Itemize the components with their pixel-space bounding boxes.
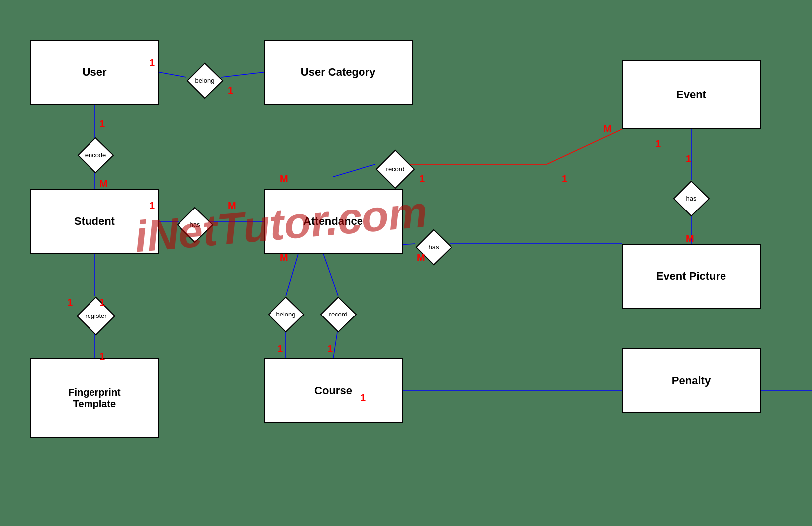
svg-text:belong: belong [195,77,214,84]
diamond-belong2: belong [268,296,305,333]
card-user-belong: 1 [149,57,155,69]
svg-text:has: has [429,243,439,251]
entity-event: Event [622,60,761,129]
card-reg-finger: 1 [99,297,105,308]
diamond-record: record [375,149,415,189]
card-event-top-m: M [603,123,612,135]
svg-text:record: record [329,311,348,318]
card-att-record-left: M [280,173,288,185]
entity-event-picture: Event Picture [622,244,761,309]
svg-text:has: has [190,221,200,228]
diamond-has1: has [177,207,214,244]
card-course-right: 1 [361,392,366,404]
entity-fingerprint: Fingerprint Template [30,358,159,438]
diamond-encode: encode [77,137,114,174]
card-has2-evtpic: M [417,252,425,263]
svg-text:register: register [85,312,107,319]
card-att-has2-left: M [280,252,288,263]
diamond-register: register [76,296,116,336]
card-belong-cat: 1 [228,85,233,96]
card-student-has-left: 1 [149,200,155,211]
svg-text:belong: belong [276,311,295,318]
svg-text:record: record [386,165,405,173]
entity-student: Student [30,189,159,254]
svg-text:encode: encode [85,151,106,159]
entity-user: User [30,40,159,105]
entity-attendance: Attendance [264,189,403,254]
card-user-encode-top: 1 [99,118,105,130]
card-reg-finger-bot: 1 [99,351,105,362]
card-event-bottom-1: 1 [655,138,661,150]
entity-penalty: Penalty [622,348,761,413]
entity-user-category: User Category [264,40,413,105]
card-att-belong-left: 1 [277,343,283,355]
card-encode-student-bot: M [99,178,108,190]
card-record-right: 1 [419,173,425,185]
svg-line-0 [159,72,186,77]
diamond-record2: record [320,296,357,333]
svg-text:has: has [686,195,697,202]
svg-line-15 [323,254,338,296]
card-has-att-right: M [228,200,236,211]
entity-course: Course [264,358,403,423]
svg-line-1 [221,72,264,77]
card-student-reg: 1 [67,297,73,308]
card-has3-event: 1 [686,153,691,165]
card-att-record2-right: 1 [327,343,333,355]
card-has3-evtpic: M [686,233,694,244]
diamond-has3: has [673,180,710,217]
diamond-belong1: belong [186,62,224,100]
card-record-event: 1 [562,173,567,185]
svg-line-6 [333,164,375,177]
